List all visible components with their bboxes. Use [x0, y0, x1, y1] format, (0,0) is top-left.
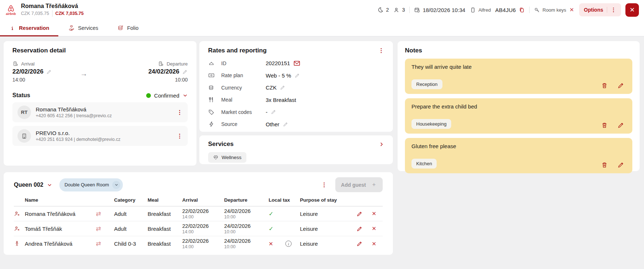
rates-menu-icon[interactable]: ⋮	[378, 48, 384, 54]
room-card: Queen 002 Double Queen Room ⋮ Add guest …	[4, 172, 393, 255]
contact-detail: +420 251 613 924 | demohotel@previo.cz	[36, 137, 120, 142]
calendar-clock-icon	[414, 7, 420, 13]
remove-guest-icon[interactable]: ✕	[372, 241, 383, 247]
status-value: Confirmed	[154, 92, 179, 99]
mail-icon[interactable]	[293, 60, 300, 66]
departure-time: 10:00	[175, 77, 188, 83]
copy-icon[interactable]	[519, 7, 525, 13]
arrival-block: Arrival 22/02/2026 14:00	[12, 61, 52, 83]
rate-value: CZK	[266, 84, 277, 91]
edit-source-icon[interactable]	[283, 122, 288, 127]
person-x-icon	[14, 211, 20, 217]
edit-arrival-icon[interactable]	[46, 69, 52, 75]
col-purpose: Purpose of stay	[300, 197, 355, 203]
rate-row-id: ID 20220151	[208, 60, 384, 67]
moon-icon	[377, 7, 383, 13]
tab-folio[interactable]: Folio	[117, 20, 138, 36]
guest-name: Andrea Třešňáková	[25, 241, 96, 247]
edit-departure-icon[interactable]	[182, 69, 188, 75]
note-text: They will arrive quite late	[411, 64, 626, 70]
guest-arrival-time: 14:00	[182, 214, 224, 219]
guest-departure-date: 24/02/2026	[224, 208, 269, 214]
notes-title: Notes	[405, 47, 632, 54]
edit-note-icon[interactable]	[617, 122, 624, 129]
room-menu-icon[interactable]: ⋮	[321, 182, 327, 188]
guest-category: Adult	[114, 211, 148, 217]
arrival-time: 14:00	[12, 77, 52, 83]
edit-guest-icon[interactable]	[356, 241, 363, 247]
edit-guest-icon[interactable]	[356, 211, 363, 217]
swap-guest-icon[interactable]: ⇄	[96, 225, 114, 233]
trash-icon[interactable]	[601, 161, 608, 169]
remove-guest-icon[interactable]: ✕	[372, 210, 383, 217]
tab-bar: Reservation Services Folio	[0, 20, 644, 36]
divider	[607, 7, 607, 13]
rate-value: 20220151	[266, 60, 290, 66]
service-bell-icon	[208, 60, 215, 67]
contact-menu-icon[interactable]: ⋮	[177, 133, 183, 139]
rate-label: Market codes	[221, 109, 262, 115]
tag-icon	[208, 109, 215, 115]
hand-heart-icon	[68, 25, 75, 31]
building-checkout-icon	[158, 61, 164, 67]
status-row: Status Confirmed	[12, 92, 188, 99]
swap-guest-icon[interactable]: ⇄	[96, 240, 114, 248]
options-kebab-icon[interactable]: ⋮	[611, 7, 616, 13]
col-departure: Departure	[224, 197, 269, 203]
close-button[interactable]: ✕	[625, 3, 639, 17]
status-selector[interactable]: Confirmed	[146, 92, 188, 99]
contact-name: Romana Třešňáková	[36, 106, 112, 112]
note-text: Gluten free please	[411, 143, 626, 149]
edit-note-icon[interactable]	[617, 82, 624, 89]
contact-row-guest[interactable]: RT Romana Třešňáková +420 605 412 256 | …	[12, 102, 188, 122]
guest-departure-time: 10:00	[224, 229, 269, 234]
remove-guest-icon[interactable]: ✕	[372, 225, 383, 232]
persons-count: 3	[402, 7, 405, 13]
edit-guest-icon[interactable]	[356, 226, 363, 232]
persons-counter: 3	[393, 7, 405, 13]
room-selector[interactable]: Queen 002	[14, 182, 52, 188]
avatar	[17, 129, 31, 143]
chevron-down-icon	[183, 93, 188, 98]
trash-icon[interactable]	[601, 122, 608, 129]
guest-meal: Breakfast	[148, 241, 182, 247]
guest-departure-time: 10:00	[224, 214, 269, 219]
guest-meal: Breakfast	[148, 211, 182, 217]
chevron-right-icon[interactable]	[379, 142, 384, 147]
room-keys-control: Room keys ✕	[534, 7, 575, 13]
edit-rate-plan-icon[interactable]	[294, 73, 300, 78]
person-icon	[393, 7, 399, 13]
contact-menu-icon[interactable]: ⋮	[177, 110, 183, 115]
device-name: Alfred	[479, 7, 491, 13]
tab-reservation[interactable]: Reservation	[9, 20, 49, 36]
add-guest-button[interactable]: Add guest ＋	[335, 177, 383, 192]
service-chip-wellness[interactable]: Wellness	[208, 152, 246, 163]
edit-market-codes-icon[interactable]	[271, 109, 276, 115]
tab-services[interactable]: Services	[68, 20, 98, 36]
reservation-detail-title: Reservation detail	[12, 47, 188, 54]
guest-row: Romana Třešňáková ⇄ Adult Breakfast 22/0…	[14, 206, 383, 221]
reservation-code: AB4JU6	[495, 7, 516, 13]
rate-label: Meal	[221, 97, 262, 103]
rate-value: 3x Breakfast	[266, 97, 296, 103]
note-tag: Reception	[411, 79, 442, 89]
swap-guest-icon[interactable]: ⇄	[96, 210, 114, 218]
room-keys-remove-icon[interactable]: ✕	[569, 7, 575, 13]
options-button[interactable]: Options ⋮	[579, 3, 621, 16]
departure-date: 24/02/2026	[148, 68, 179, 75]
rate-value: -	[266, 109, 268, 115]
edit-note-icon[interactable]	[617, 161, 624, 169]
divider	[409, 7, 410, 13]
avatar: RT	[17, 106, 31, 119]
info-icon[interactable]: i	[285, 241, 292, 247]
chevron-down-icon	[47, 182, 52, 187]
nights-counter: 2	[377, 7, 389, 13]
add-guest-label: Add guest	[341, 182, 366, 188]
col-category: Category	[114, 197, 148, 203]
trash-icon[interactable]	[601, 82, 608, 89]
edit-currency-icon[interactable]	[280, 85, 285, 90]
local-tax-x-icon: ✕	[269, 241, 285, 247]
room-type-selector[interactable]: Double Queen Room	[59, 178, 123, 191]
contact-row-company[interactable]: PREVIO s.r.o. +420 251 613 924 | demohot…	[12, 126, 188, 146]
arrival-date: 22/02/2026	[12, 68, 43, 75]
